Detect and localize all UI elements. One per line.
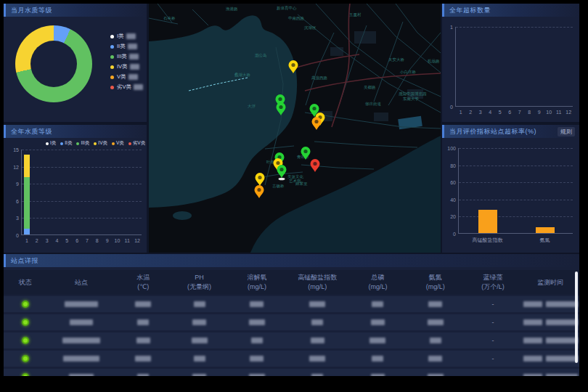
gridline xyxy=(22,150,142,150)
legend-label: III类 xyxy=(81,140,89,147)
map-place-label: 小白庄桥 xyxy=(399,70,417,75)
column-header: 监测时间 xyxy=(522,279,579,287)
x-tick-label: 3 xyxy=(479,110,482,115)
column-header: 状态 xyxy=(4,279,46,287)
map-place-label: 渔港路 xyxy=(226,7,238,12)
status-normal-icon xyxy=(22,319,29,326)
redacted-value xyxy=(428,301,442,307)
table-cell xyxy=(286,319,349,325)
table-cell xyxy=(349,356,407,362)
y-tick-label: 6 xyxy=(7,198,19,203)
column-label: 状态 xyxy=(19,279,32,287)
legend-item[interactable]: I类 xyxy=(46,140,56,147)
x-tick-label: 10 xyxy=(546,110,552,115)
legend-label: V类 xyxy=(117,73,126,81)
station-map[interactable]: 石夹桥渔港路新体育中心中南西路滨湖区五星村渤公岛蠡湖大桥高浪西路天安大桥机场路小… xyxy=(149,4,441,253)
map-place-label: 大浮 xyxy=(248,104,256,109)
table-cell xyxy=(116,338,171,343)
column-header: 站点 xyxy=(46,279,115,287)
legend-item[interactable]: IV类 xyxy=(94,140,107,147)
x-tick-label: 9 xyxy=(106,238,109,243)
status-normal-icon xyxy=(22,355,29,362)
legend-item[interactable]: IV类 xyxy=(110,62,143,72)
legend-item[interactable]: III类 xyxy=(76,140,89,147)
table-row[interactable]: - xyxy=(4,314,579,330)
legend-item[interactable]: 劣V类 xyxy=(128,140,145,147)
x-tick-label: 12 xyxy=(134,238,140,243)
redacted-station xyxy=(69,374,94,376)
table-cell xyxy=(228,319,285,325)
redacted-station xyxy=(62,338,100,343)
panel-header: 站点详报 xyxy=(4,254,579,267)
legend-label: IV类 xyxy=(98,140,107,147)
redacted-value xyxy=(137,319,149,325)
water-quality-dashboard: 当月水质等级 I类II类III类IV类V类劣V类 全年水质等级 I类II类III… xyxy=(4,4,579,376)
panel-title: 当月评价指标站点超标率(%) xyxy=(449,127,536,136)
table-cell xyxy=(522,319,579,325)
map-place-label: 吴都路 xyxy=(364,85,376,90)
x-tick-label: 高锰酸盐指数 xyxy=(473,237,503,244)
y-tick-label: 100 xyxy=(444,146,456,151)
month-rate-chart[interactable]: 020406080100高锰酸盐指数氨氮 xyxy=(458,148,573,234)
redacted-value xyxy=(128,74,138,80)
donut-ring[interactable] xyxy=(15,25,92,102)
year-over-chart[interactable]: 01123456789101112 xyxy=(455,27,573,107)
table-header-row: 状态站点水温(℃)PH(无量纲)溶解氧(mg/L)高锰酸盐指数(mg/L)总磷(… xyxy=(4,270,579,295)
column-unit: (mg/L) xyxy=(368,283,387,291)
legend-item[interactable]: II类 xyxy=(110,41,143,52)
table-scrollbar[interactable] xyxy=(575,271,578,363)
legend-label: II类 xyxy=(117,43,126,50)
status-normal-icon xyxy=(22,337,29,344)
redacted-station xyxy=(65,301,98,307)
algae-value: - xyxy=(492,355,494,362)
redacted-time xyxy=(546,356,578,362)
x-tick-label: 10 xyxy=(115,238,121,243)
bar-segment[interactable] xyxy=(24,155,30,177)
y-tick-label: 15 xyxy=(7,147,19,152)
table-cell xyxy=(407,374,464,376)
column-label: 蓝绿藻 xyxy=(483,274,503,282)
x-tick-label: 8 xyxy=(96,238,99,243)
dashboard-screenshot: 当月水质等级 I类II类III类IV类V类劣V类 全年水质等级 I类II类III… xyxy=(0,0,588,392)
bar-segment[interactable] xyxy=(24,229,30,234)
table-cell xyxy=(349,338,407,343)
rate-bar[interactable] xyxy=(536,227,555,233)
table-row[interactable]: - xyxy=(4,296,579,312)
legend-item[interactable]: III类 xyxy=(110,52,143,62)
legend-item[interactable]: II类 xyxy=(60,140,72,147)
algae-value: - xyxy=(492,373,494,376)
table-cell xyxy=(171,374,228,376)
redacted-date xyxy=(523,338,542,343)
rule-button[interactable]: 规则 xyxy=(558,127,575,136)
y-tick-label: 1 xyxy=(442,25,453,30)
table-cell xyxy=(46,319,115,325)
redacted-value xyxy=(251,338,263,343)
map-place-label: 滨湖区 xyxy=(304,25,317,30)
table-row[interactable]: - xyxy=(4,332,579,348)
y-tick-label: 12 xyxy=(7,164,19,169)
legend-item[interactable]: V类 xyxy=(110,72,143,82)
redacted-time xyxy=(546,374,578,376)
x-tick-label: 6 xyxy=(75,238,78,243)
map-place-label: 高浪西路 xyxy=(311,75,328,81)
legend-item[interactable]: 劣V类 xyxy=(110,82,143,92)
redacted-date xyxy=(523,374,542,376)
y-tick-label: 80 xyxy=(444,163,456,168)
bar-segment[interactable] xyxy=(24,177,30,229)
table-row[interactable]: - xyxy=(4,369,579,376)
redacted-time xyxy=(546,338,578,343)
legend-item[interactable]: I类 xyxy=(110,31,143,41)
table-row[interactable]: - xyxy=(4,351,579,367)
redacted-value xyxy=(137,374,149,376)
redacted-value xyxy=(192,338,208,343)
algae-value: - xyxy=(492,301,494,308)
redacted-station xyxy=(70,319,93,325)
column-header: 总磷(mg/L) xyxy=(349,274,407,291)
column-label: 站点 xyxy=(75,279,88,287)
year-grade-chart[interactable]: 03691215123456789101112 xyxy=(21,150,142,235)
legend-dot xyxy=(128,142,131,145)
legend-item[interactable]: V类 xyxy=(112,140,124,147)
table-cell xyxy=(4,337,46,344)
table-cell xyxy=(522,374,579,376)
rate-bar[interactable] xyxy=(478,210,497,233)
